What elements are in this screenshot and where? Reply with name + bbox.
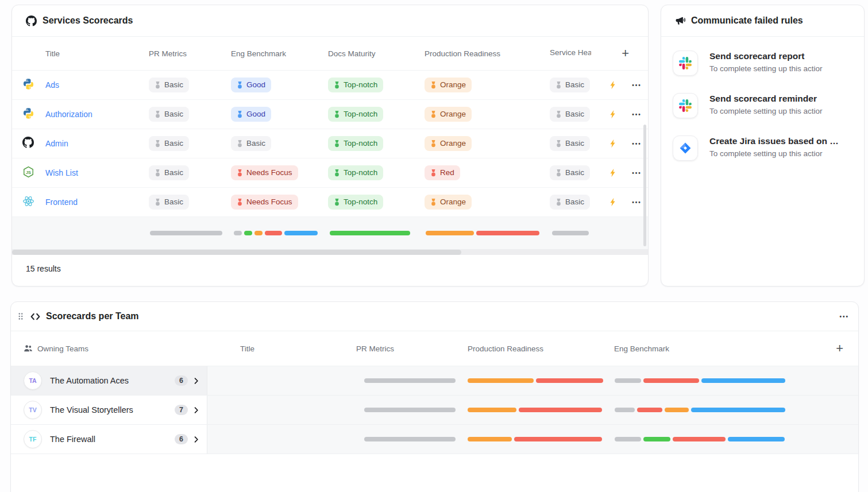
action-item[interactable]: Send scorecard report To complete settin… — [673, 51, 850, 76]
action-item[interactable]: Create Jira issues based on … To complet… — [673, 135, 850, 161]
medal-icon — [155, 140, 161, 148]
nodejs-icon: JS — [22, 166, 34, 180]
action-subtitle: To complete setting up this actior — [709, 64, 823, 73]
scorecards-per-team-card: Scorecards per Team ••• Owning Teams Tit… — [10, 301, 859, 492]
services-card-header: Services Scorecards — [12, 5, 648, 37]
team-cell[interactable]: TF The Firewall 6 — [11, 425, 207, 454]
medal-icon — [334, 199, 340, 206]
team-bars-prod — [468, 378, 614, 383]
action-title: Send scorecard report — [709, 51, 823, 61]
more-menu-button[interactable]: ••• — [632, 141, 642, 147]
team-row[interactable]: TA The Automation Aces 6 — [11, 366, 858, 396]
more-menu-button[interactable]: ••• — [632, 199, 642, 206]
chevron-right-icon[interactable] — [192, 436, 200, 443]
services-scorecards-card: Services Scorecards Title PR Metrics Eng… — [11, 5, 649, 286]
teams-table-header: Owning Teams Title PR Metrics Production… — [11, 331, 858, 366]
service-title-link[interactable]: Ads — [44, 80, 149, 90]
status-badge: Needs Focus — [231, 165, 298, 180]
lightning-icon[interactable] — [608, 197, 618, 207]
medal-icon — [555, 140, 562, 148]
medal-icon — [430, 140, 437, 148]
service-title-link[interactable]: Admin — [44, 139, 149, 148]
status-badge: Orange — [425, 107, 472, 122]
python-icon — [22, 107, 34, 122]
vertical-scrollbar[interactable] — [643, 125, 646, 246]
horizontal-scrollbar-thumb[interactable] — [12, 250, 461, 255]
status-badge: Basic — [149, 78, 189, 92]
actions-card-header: Communicate failed rules — [661, 5, 864, 37]
status-badge: Basic — [550, 165, 590, 180]
github-icon — [26, 16, 37, 26]
slack-icon — [679, 57, 692, 69]
add-column-button[interactable]: + — [836, 342, 843, 355]
team-row[interactable]: TF The Firewall 6 — [11, 425, 858, 454]
team-cell[interactable]: TA The Automation Aces 6 — [11, 366, 207, 395]
medal-icon — [555, 111, 562, 118]
action-icon-box — [673, 51, 698, 76]
more-menu-button[interactable]: ••• — [632, 82, 642, 88]
status-badge: Orange — [425, 136, 472, 151]
table-row[interactable]: Authorization Basic Good Top-notch Orang… — [12, 100, 648, 129]
team-row[interactable]: TV The Visual Storytellers 7 — [11, 396, 858, 425]
service-title-link[interactable]: Wish List — [44, 168, 149, 177]
count-badge: 6 — [175, 434, 188, 445]
medal-icon — [155, 111, 161, 118]
medal-icon — [430, 82, 437, 89]
medal-icon — [237, 199, 243, 206]
medal-icon — [555, 82, 562, 89]
communicate-failed-rules-card: Communicate failed rules Send scorecard … — [661, 5, 865, 286]
col-eng-benchmark: Eng Benchmark — [231, 49, 328, 58]
team-bars-eng — [615, 378, 801, 383]
lightning-icon[interactable] — [608, 110, 618, 119]
more-menu-button[interactable]: ••• — [839, 313, 849, 320]
status-badge: Basic — [550, 136, 590, 151]
table-row[interactable]: Ads Basic Good Top-notch Orange Basic ••… — [12, 71, 648, 100]
code-icon — [30, 312, 40, 321]
status-badge: Basic — [149, 165, 189, 180]
python-icon — [22, 78, 34, 92]
lightning-icon[interactable] — [608, 139, 618, 148]
col-owning-teams: Owning Teams — [37, 344, 88, 353]
team-name: The Automation Aces — [50, 376, 175, 385]
medal-icon — [430, 111, 437, 118]
col-pr-metrics: PR Metrics — [149, 49, 231, 58]
horizontal-scrollbar[interactable] — [12, 250, 648, 255]
status-badge: Needs Focus — [231, 195, 298, 210]
medal-icon — [237, 82, 243, 89]
medal-icon — [237, 111, 243, 118]
chevron-right-icon[interactable] — [192, 406, 200, 414]
lightning-icon[interactable] — [608, 80, 618, 90]
team-name: The Firewall — [50, 435, 175, 444]
table-row[interactable]: JS Wish List Basic Needs Focus Top-notch… — [12, 158, 648, 188]
more-menu-button[interactable]: ••• — [632, 170, 642, 176]
team-bars-eng — [615, 437, 801, 441]
services-card-title: Services Scorecards — [43, 16, 133, 26]
more-menu-button[interactable]: ••• — [632, 111, 642, 118]
status-badge: Basic — [149, 136, 189, 151]
status-badge: Basic — [550, 78, 590, 92]
table-row[interactable]: Frontend Basic Needs Focus Top-notch Ora… — [12, 188, 648, 217]
users-icon — [24, 344, 33, 352]
medal-icon — [155, 199, 161, 206]
service-title-link[interactable]: Frontend — [44, 197, 149, 207]
table-row[interactable]: Admin Basic Basic Top-notch Orange Basic… — [12, 129, 648, 158]
action-item[interactable]: Send scorecard reminder To complete sett… — [673, 93, 850, 118]
team-cell[interactable]: TV The Visual Storytellers 7 — [11, 396, 207, 424]
action-icon-box — [673, 93, 698, 118]
action-icon-box — [673, 135, 698, 161]
summary-bars-docs — [330, 231, 425, 235]
medal-icon — [334, 169, 340, 177]
medal-icon — [430, 199, 437, 206]
medal-icon — [155, 169, 161, 177]
status-badge: Orange — [425, 195, 472, 210]
drag-handle-icon[interactable] — [18, 312, 24, 320]
teams-card-header: Scorecards per Team ••• — [11, 302, 858, 331]
service-title-link[interactable]: Authorization — [44, 110, 149, 119]
add-column-button[interactable]: + — [622, 47, 629, 60]
chevron-right-icon[interactable] — [192, 377, 200, 385]
lightning-icon[interactable] — [608, 168, 618, 177]
medal-icon — [155, 82, 161, 89]
status-badge: Good — [231, 107, 271, 122]
github-icon — [22, 137, 34, 150]
col-production-readiness: Production Readiness — [425, 49, 550, 58]
